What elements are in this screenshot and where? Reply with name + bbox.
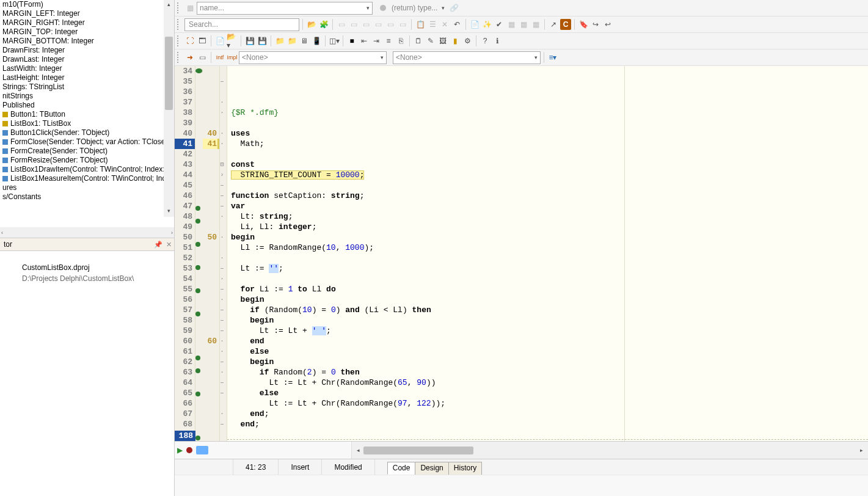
structure-tree[interactable]: m10(TForm)MARGIN_LEFT: IntegerMARGIN_RIG… <box>0 0 174 227</box>
tree-item[interactable]: Button1Click(Sender: TObject) <box>2 128 174 137</box>
goto-icon[interactable]: ➜ <box>184 52 195 63</box>
tb-icon-3[interactable]: ▭ <box>360 19 371 30</box>
macro-icon[interactable] <box>196 446 208 454</box>
pin-icon[interactable]: 📌 <box>154 241 162 249</box>
code-line[interactable]: Lt: string; <box>231 211 868 222</box>
new-file-icon[interactable]: 📄 <box>214 35 225 46</box>
code-line[interactable]: var <box>231 201 868 211</box>
folder-plus-icon[interactable]: 📁 <box>274 35 285 46</box>
sort-icon[interactable]: ≡▾ <box>547 52 558 63</box>
code-line[interactable]: Result := Lt; <box>231 440 868 441</box>
tree-item[interactable]: FormResize(Sender: TObject) <box>2 156 174 165</box>
toolbar-grip-2[interactable] <box>177 19 181 30</box>
paste-icon[interactable]: 📋 <box>415 19 426 30</box>
save-all-icon[interactable]: 💾 <box>257 35 268 46</box>
code-line[interactable] <box>231 118 868 128</box>
tree-item[interactable]: MARGIN_BOTTOM: Integer <box>2 37 174 46</box>
tree-item[interactable]: FormClose(Sender: TObject; var Action: T… <box>2 137 174 147</box>
macro-record-icon[interactable] <box>186 447 192 453</box>
screen-icon[interactable]: 🖥 <box>299 35 310 46</box>
code-line[interactable]: end; <box>231 409 868 419</box>
toolbar-grip-3[interactable] <box>177 35 181 46</box>
save-icon[interactable]: 💾 <box>244 35 255 46</box>
code-line[interactable]: end; <box>231 419 868 429</box>
code-editor[interactable]: 3435363738394041424344454647484950515253… <box>175 66 868 441</box>
grid2-icon[interactable]: ▦ <box>518 19 529 30</box>
stop-icon[interactable]: ■ <box>346 35 357 46</box>
tree-item[interactable]: Strings: TStringList <box>2 82 174 92</box>
out-icon[interactable]: ↪ <box>590 19 601 30</box>
code-line[interactable]: Lt := Lt + ' '; <box>231 326 868 336</box>
form-icon[interactable]: ▭ <box>197 52 208 63</box>
code-line[interactable]: STRING_ITEM_COUNT = 10000; <box>231 170 868 180</box>
code-line[interactable]: Ll := RandomRange(10, 1000); <box>231 243 868 253</box>
expand-icon[interactable]: ⛶ <box>184 35 195 46</box>
open-file-icon[interactable]: 📂▾ <box>227 35 238 46</box>
nav-icon[interactable]: ▦ <box>184 2 195 13</box>
code-line[interactable] <box>231 253 868 263</box>
macro-play-icon[interactable]: ▶ <box>177 446 183 454</box>
close-icon[interactable]: ✕ <box>166 241 172 249</box>
view-tab-design[interactable]: Design <box>415 462 448 475</box>
tree-item[interactable]: Button1: TButton <box>2 110 174 119</box>
code-line[interactable] <box>231 274 868 284</box>
nav-combo-2[interactable]: <None>▾ <box>393 51 541 64</box>
folder-minus-icon[interactable]: 📁 <box>286 35 297 46</box>
tb-icon-6[interactable]: ▭ <box>397 19 408 30</box>
tree-item[interactable]: Published <box>2 101 174 110</box>
indent-icon[interactable]: ⇤ <box>359 35 370 46</box>
tree-item[interactable]: MARGIN_LEFT: Integer <box>2 9 174 18</box>
intf-icon[interactable]: Intf <box>214 52 225 63</box>
tb-icon-4[interactable]: ▭ <box>373 19 384 30</box>
code-line[interactable]: begin <box>231 315 868 326</box>
code-line[interactable] <box>231 149 868 159</box>
tree-item[interactable]: DrawnLast: Integer <box>2 55 174 64</box>
tree-item[interactable]: m10(TForm) <box>2 0 174 9</box>
doc-icon[interactable]: 📄 <box>469 19 480 30</box>
code-line[interactable] <box>231 97 868 108</box>
info-icon[interactable]: ℹ <box>492 35 503 46</box>
tree-item[interactable]: nitStrings <box>2 92 174 101</box>
tree-item[interactable]: LastHeight: Integer <box>2 73 174 82</box>
search-input[interactable]: Search... <box>184 18 299 31</box>
tree-item[interactable]: DrawnFirst: Integer <box>2 46 174 55</box>
tree-item[interactable]: ures <box>2 183 174 192</box>
tree-scrollbar[interactable]: ▴▾ <box>164 0 174 217</box>
delete-icon[interactable]: ✕ <box>439 19 450 30</box>
toolbar-grip[interactable] <box>177 2 181 13</box>
tree-item[interactable]: MARGIN_TOP: Integer <box>2 27 174 37</box>
exit-icon[interactable]: ⎘ <box>395 35 406 46</box>
code-line[interactable]: begin <box>231 357 868 367</box>
view-tab-history[interactable]: History <box>448 462 482 475</box>
grid3-icon[interactable]: ▦ <box>530 19 541 30</box>
code-line[interactable]: else <box>231 346 868 357</box>
code-line[interactable]: {$R *.dfm} <box>231 108 868 118</box>
export-icon[interactable]: ↗ <box>548 19 559 30</box>
return-type-combo[interactable]: (return) type... ▾ <box>389 2 447 15</box>
tree-item[interactable]: ListBox1DrawItem(Control: TWinControl; I… <box>2 165 174 174</box>
editor-hscroll[interactable]: ◂ ▸ <box>352 442 868 459</box>
impl-icon[interactable]: Impl <box>227 52 238 63</box>
help-icon[interactable]: ? <box>480 35 491 46</box>
toolbar-grip-4[interactable] <box>177 52 181 63</box>
nav-combo-1[interactable]: <None>▾ <box>239 51 387 64</box>
code-line[interactable]: end <box>231 336 868 346</box>
tree-item[interactable]: ListBox1: TListBox <box>2 119 174 128</box>
tb-icon-1[interactable]: ▭ <box>336 19 347 30</box>
code-line[interactable]: Lt := Lt + Chr(RandomRange(97, 122)); <box>231 398 868 409</box>
tb-icon-5[interactable]: ▭ <box>385 19 396 30</box>
img-icon[interactable]: 🖼 <box>437 35 448 46</box>
in-icon[interactable]: ↩ <box>602 19 613 30</box>
code-line[interactable]: else <box>231 388 868 398</box>
code-line[interactable]: function setCaption: string; <box>231 191 868 201</box>
code-line[interactable] <box>231 429 868 440</box>
project-name[interactable]: CustomListBox.dproj <box>22 262 169 273</box>
tree-item[interactable]: ListBox1MeasureItem(Control: TWinControl… <box>2 174 174 183</box>
tree-item[interactable]: FormCreate(Sender: TObject) <box>2 147 174 156</box>
grid-icon[interactable]: ▦ <box>506 19 517 30</box>
code-line[interactable]: uses <box>231 128 868 139</box>
name-combo[interactable]: name... ▾ <box>197 2 373 15</box>
code-line[interactable]: for Li := 1 to Ll do <box>231 284 868 294</box>
code-line[interactable]: if Random(2) = 0 then <box>231 367 868 377</box>
tree-item[interactable]: s/Constants <box>2 192 174 202</box>
